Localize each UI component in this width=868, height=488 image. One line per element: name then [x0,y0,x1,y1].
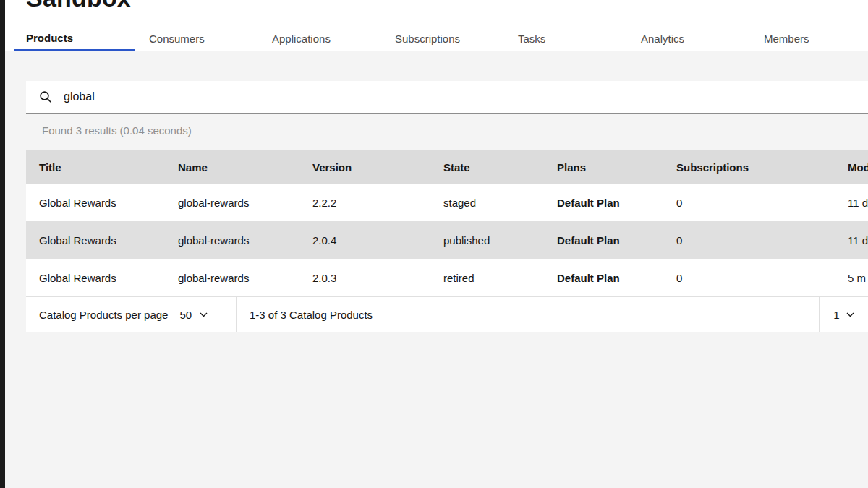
tab-tasks[interactable]: Tasks [506,26,627,51]
tab-products[interactable]: Products [14,26,135,51]
column-header-plans: Plans [544,161,663,174]
tab-applications[interactable]: Applications [260,26,381,51]
cell-title: Global Rewards [26,272,165,284]
cell-plans[interactable]: Default Plan [544,197,663,209]
cell-subscriptions: 0 [663,234,835,247]
tab-label: Products [26,32,73,44]
table-header-row: Title Name Version State Plans Subscript… [26,150,868,184]
catalog-page: Sandbox Products Consumers Applications … [0,0,868,488]
cell-modified: 11 d [835,234,868,247]
cell-version: 2.0.3 [299,272,430,284]
table-row[interactable]: Global Rewards global-rewards 2.2.2 stag… [26,184,868,221]
tab-label: Analytics [641,33,684,45]
table-row[interactable]: Global Rewards global-rewards 2.0.4 publ… [26,221,868,259]
left-nav-edge [0,0,5,488]
per-page-section: Catalog Products per page 50 [26,297,237,332]
cell-title: Global Rewards [26,197,165,209]
column-header-name: Name [165,161,299,174]
per-page-label: Catalog Products per page [39,309,168,321]
page-title: Sandbox [26,0,131,12]
cell-subscriptions: 0 [663,272,835,284]
tab-label: Members [764,33,809,45]
page-select[interactable]: 1 [819,297,868,332]
cell-state: published [430,234,544,247]
cell-name: global-rewards [165,234,299,247]
column-header-modified: Mod [835,161,868,174]
column-header-version: Version [299,161,430,174]
cell-plans[interactable]: Default Plan [544,234,663,247]
tab-members[interactable]: Members [752,26,868,51]
tab-consumers[interactable]: Consumers [137,26,258,51]
tab-label: Subscriptions [395,33,460,45]
column-header-title: Title [26,161,165,174]
tab-label: Tasks [518,33,545,45]
column-header-subscriptions: Subscriptions [663,161,835,174]
tab-subscriptions[interactable]: Subscriptions [383,26,504,51]
cell-state: staged [430,197,544,209]
cell-state: retired [430,272,544,284]
cell-subscriptions: 0 [663,197,835,209]
search-input[interactable] [62,90,716,104]
cell-version: 2.2.2 [299,197,430,209]
tab-bar: Products Consumers Applications Subscrip… [14,26,868,51]
per-page-value[interactable]: 50 [179,309,192,321]
results-summary: Found 3 results (0.04 seconds) [42,124,868,138]
products-table: Title Name Version State Plans Subscript… [26,150,868,296]
cell-modified: 11 d [835,197,868,209]
range-text: 1-3 of 3 Catalog Products [237,309,819,321]
tab-analytics[interactable]: Analytics [629,26,750,51]
cell-name: global-rewards [165,197,299,209]
search-icon [39,90,52,103]
cell-name: global-rewards [165,272,299,284]
chevron-down-icon[interactable] [200,312,208,317]
column-header-state: State [430,161,544,174]
cell-version: 2.0.4 [299,234,430,247]
pagination-bar: Catalog Products per page 50 1-3 of 3 Ca… [26,296,868,332]
chevron-down-icon [846,312,854,317]
tab-label: Consumers [149,33,205,45]
search-bar[interactable] [26,81,868,114]
cell-title: Global Rewards [26,234,165,247]
tab-label: Applications [272,33,331,45]
table-row[interactable]: Global Rewards global-rewards 2.0.3 reti… [26,259,868,296]
cell-plans[interactable]: Default Plan [544,272,663,284]
cell-modified: 5 m [835,272,868,284]
page-number: 1 [833,309,839,321]
content-area: Found 3 results (0.04 seconds) Title Nam… [0,51,868,488]
